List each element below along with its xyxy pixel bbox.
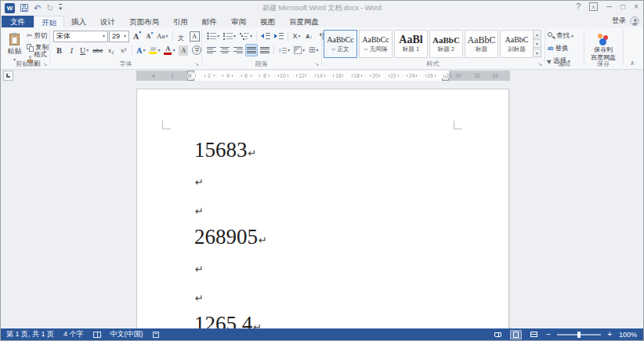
shading-button[interactable]: ▾ bbox=[292, 44, 306, 56]
save-icon[interactable] bbox=[20, 4, 28, 12]
underline-button[interactable]: U▾ bbox=[78, 44, 90, 56]
tab-mailings[interactable]: 邮件 bbox=[195, 16, 224, 27]
redo-icon[interactable]: ↻ bbox=[46, 4, 53, 13]
tab-references[interactable]: 引用 bbox=[166, 16, 195, 27]
cut-button[interactable]: ✂剪切 bbox=[27, 31, 49, 41]
superscript-button[interactable]: x² bbox=[118, 44, 129, 56]
ruler-number: 10 bbox=[279, 72, 287, 79]
paragraph-mark-icon: ↵ bbox=[248, 147, 257, 159]
replace-button[interactable]: ab替换 bbox=[548, 43, 573, 53]
style-subtitle[interactable]: AaBbC 副标题 bbox=[500, 30, 534, 58]
zoom-in-button[interactable]: + bbox=[607, 331, 612, 339]
align-center-button[interactable] bbox=[219, 44, 231, 56]
paragraph[interactable]: 268905↵ bbox=[194, 223, 501, 252]
style-heading-2[interactable]: AaBbC 标题 2 bbox=[429, 30, 463, 58]
help-icon[interactable]: ? bbox=[576, 2, 581, 11]
minimize-icon[interactable]: ─ bbox=[606, 2, 612, 11]
font-color-button[interactable]: A▾ bbox=[162, 44, 176, 56]
document-page[interactable]: 15683↵ ↵ ↵ 268905↵ ↵ ↵ 1265.4↵ bbox=[136, 89, 509, 328]
font-family-select[interactable]: 宋体▾ bbox=[53, 31, 108, 42]
bold-button[interactable]: B bbox=[53, 44, 65, 56]
tab-baidu-netdisk[interactable]: 百度网盘 bbox=[282, 16, 326, 27]
collapse-ribbon-icon[interactable]: ∧ bbox=[630, 60, 635, 67]
justify-button[interactable] bbox=[245, 44, 258, 56]
font-size-select[interactable]: 29▾ bbox=[109, 31, 129, 42]
zoom-out-button[interactable]: − bbox=[546, 331, 551, 339]
sort-button[interactable]: A↓ bbox=[303, 30, 315, 42]
zoom-slider[interactable] bbox=[557, 334, 601, 336]
asian-layout-button[interactable]: X▾ bbox=[291, 30, 302, 42]
styles-gallery-more-icon[interactable]: ▼ bbox=[533, 49, 541, 57]
styles-scroll-down-icon[interactable]: ▼ bbox=[533, 39, 541, 48]
tab-stop-selector[interactable] bbox=[3, 71, 13, 81]
paragraph[interactable]: 15683↵ bbox=[194, 136, 501, 165]
qat-customize-icon[interactable]: ▾ bbox=[59, 4, 62, 12]
bullets-button[interactable]: ▾ bbox=[205, 30, 221, 42]
undo-icon[interactable]: ↶ bbox=[34, 4, 41, 13]
align-right-button[interactable] bbox=[232, 44, 244, 56]
word-count[interactable]: 4 个字 bbox=[63, 329, 84, 339]
italic-button[interactable]: I bbox=[66, 44, 78, 56]
tab-design[interactable]: 设计 bbox=[93, 16, 122, 27]
line-spacing-button[interactable]: ↕▾ bbox=[277, 44, 291, 56]
styles-dialog-launcher-icon[interactable]: ↘ bbox=[537, 61, 542, 67]
paragraph[interactable]: ↵ bbox=[194, 194, 501, 223]
distribute-button[interactable] bbox=[259, 44, 271, 56]
style-normal[interactable]: AaBbCc ↵ 正文 bbox=[324, 30, 357, 58]
page-indicator[interactable]: 第 1 页, 共 1 页 bbox=[6, 329, 54, 339]
tab-insert[interactable]: 插入 bbox=[64, 16, 93, 27]
ribbon-display-options-icon[interactable]: ∧ bbox=[589, 2, 598, 11]
strikethrough-button[interactable]: abc bbox=[91, 44, 104, 56]
phonetic-guide-button[interactable]: ˊˋ文 bbox=[175, 30, 187, 42]
decrease-indent-button[interactable] bbox=[259, 30, 272, 42]
paragraph[interactable]: ↵ bbox=[194, 252, 501, 281]
multilevel-list-button[interactable]: ▾ bbox=[238, 30, 254, 42]
clipboard-dialog-launcher-icon[interactable]: ↘ bbox=[42, 61, 47, 67]
replace-icon: ab bbox=[548, 45, 554, 51]
sign-in[interactable]: 登录 bbox=[612, 16, 639, 26]
grow-font-button[interactable]: A▲ bbox=[130, 30, 142, 42]
numbering-button[interactable]: ▾ bbox=[222, 30, 237, 42]
tab-view[interactable]: 视图 bbox=[253, 16, 282, 27]
highlight-button[interactable]: ▾ bbox=[147, 44, 161, 56]
read-mode-button[interactable] bbox=[492, 330, 504, 339]
text-effects-button[interactable]: A▾ bbox=[135, 44, 147, 56]
styles-scroll-up-icon[interactable]: ▲ bbox=[533, 30, 541, 38]
paragraph[interactable]: ↵ bbox=[194, 165, 501, 194]
tab-page-layout[interactable]: 页面布局 bbox=[122, 16, 166, 27]
style-title[interactable]: AaBbC 标题 bbox=[465, 30, 498, 58]
close-icon[interactable]: × bbox=[634, 2, 639, 11]
style-heading-1[interactable]: AaBl 标题 1 bbox=[394, 30, 428, 58]
proofing-icon[interactable] bbox=[93, 332, 101, 338]
insert-mode-icon[interactable] bbox=[153, 332, 159, 338]
find-button[interactable]: 查找▾ bbox=[548, 31, 573, 41]
character-border-button[interactable]: A bbox=[188, 30, 201, 42]
subscript-button[interactable]: x₂ bbox=[105, 44, 117, 56]
shrink-font-button[interactable]: A▼ bbox=[143, 30, 154, 42]
horizontal-ruler[interactable]: 6 4 2 2 4 6 8 10 12 14 16 18 20 22 24 26… bbox=[136, 71, 510, 81]
print-layout-button[interactable] bbox=[510, 330, 522, 339]
paragraph[interactable]: 1265.4↵ bbox=[194, 310, 501, 328]
ruler-number: 22 bbox=[389, 72, 397, 79]
zoom-slider-thumb[interactable] bbox=[577, 332, 581, 338]
character-shading-button[interactable]: A bbox=[177, 44, 190, 56]
chevron-down-icon: ▾ bbox=[86, 48, 89, 53]
align-left-button[interactable] bbox=[205, 44, 218, 56]
tab-file[interactable]: 文件 bbox=[2, 16, 34, 27]
paragraph[interactable]: ↵ bbox=[194, 281, 501, 310]
tab-home[interactable]: 开始 bbox=[34, 16, 64, 27]
web-layout-button[interactable] bbox=[528, 330, 540, 339]
maximize-icon[interactable]: □ bbox=[620, 2, 625, 11]
increase-indent-button[interactable] bbox=[273, 30, 285, 42]
borders-button[interactable]: ⊞▾ bbox=[307, 44, 320, 56]
paragraph-dialog-launcher-icon[interactable]: ↘ bbox=[314, 61, 319, 67]
font-dialog-launcher-icon[interactable]: ↘ bbox=[194, 61, 199, 67]
ruler-number: 14 bbox=[316, 72, 324, 79]
zoom-level[interactable]: 100% bbox=[618, 331, 637, 339]
style-no-spacing[interactable]: AaBbCc ↵ 无间隔 bbox=[359, 30, 393, 58]
read-mode-icon bbox=[494, 332, 501, 337]
tab-review[interactable]: 审阅 bbox=[224, 16, 253, 27]
status-bar: 第 1 页, 共 1 页 4 个字 中文(中国) − + 100% bbox=[1, 328, 643, 340]
change-case-button[interactable]: Aa▾ bbox=[155, 30, 170, 42]
language-indicator[interactable]: 中文(中国) bbox=[110, 329, 143, 339]
